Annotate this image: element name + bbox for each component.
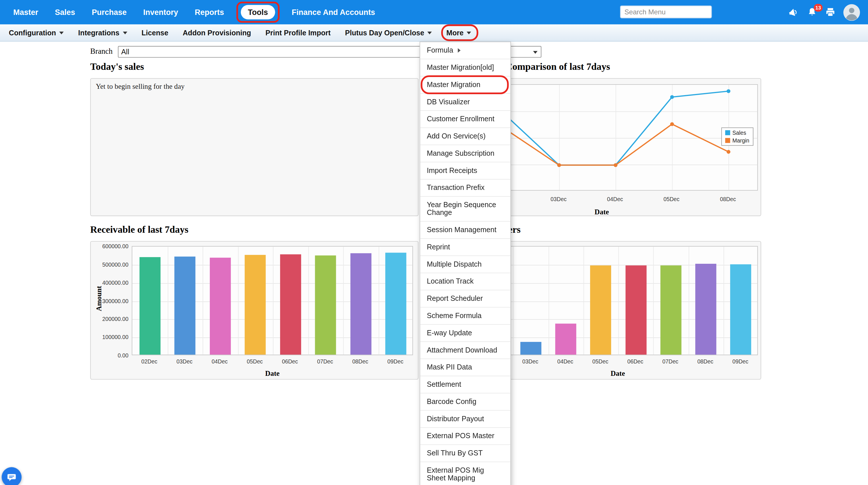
legend-swatch xyxy=(725,130,730,135)
menu-item-external-pos-mig-sheet-mapping[interactable]: External POS Mig Sheet Mapping xyxy=(420,462,510,485)
bar-03Dec xyxy=(520,342,541,354)
menu-item-label: Location Track xyxy=(427,278,474,285)
no-sales-message: Yet to begin selling for the day xyxy=(96,82,185,91)
y-tick: 200000.00 xyxy=(92,316,128,322)
menu-item-label: Master Migration[old] xyxy=(427,64,494,72)
menu-item-scheme-formula[interactable]: Scheme Formula xyxy=(420,308,510,325)
menu-item-label: DB Visualizer xyxy=(427,98,470,106)
x-tick-07Dec: 07Dec xyxy=(653,359,688,365)
menu-item-e-way-update[interactable]: E-way Update xyxy=(420,325,510,342)
bar-04Dec xyxy=(555,323,577,354)
point-margin-04Dec xyxy=(614,163,617,167)
x-tick-07Dec: 07Dec xyxy=(307,359,342,365)
menu-item-transaction-prefix[interactable]: Transaction Prefix xyxy=(420,179,510,197)
menu-item-formula[interactable]: Formula xyxy=(420,42,510,59)
x-tick-04Dec: 04Dec xyxy=(587,196,643,202)
today-sales-title: Today's sales xyxy=(90,61,144,73)
gridline xyxy=(167,247,168,354)
topnav-item-purchase[interactable]: Purchase xyxy=(92,8,127,17)
subnav-item-license[interactable]: License xyxy=(142,28,168,37)
x-tick-08Dec: 08Dec xyxy=(688,359,723,365)
menu-item-label: Import Receipts xyxy=(427,167,477,174)
bar-02Dec xyxy=(140,257,160,354)
search-input[interactable] xyxy=(620,5,712,18)
menu-item-label: Reprint xyxy=(427,244,450,251)
legend-label: Sales xyxy=(732,130,746,136)
menu-item-import-receipts[interactable]: Import Receipts xyxy=(420,162,510,179)
menu-item-attachment-download[interactable]: Attachment Download xyxy=(420,342,510,359)
x-tick-04Dec: 04Dec xyxy=(202,359,237,365)
menu-item-label: Scheme Formula xyxy=(427,312,482,320)
y-tick: 100000.00 xyxy=(92,334,128,340)
chat-widget-button[interactable] xyxy=(2,467,22,485)
topnav-item-finance-and-accounts[interactable]: Finance And Accounts xyxy=(291,8,375,17)
menu-item-label: Add On Service(s) xyxy=(427,133,486,140)
bar-08Dec xyxy=(350,253,371,355)
customers-plot xyxy=(477,246,758,355)
menu-item-sell-thru-by-gst[interactable]: Sell Thru By GST xyxy=(420,445,510,462)
line-sales xyxy=(503,91,728,165)
menu-item-settlement[interactable]: Settlement xyxy=(420,376,510,393)
menu-item-label: Sell Thru By GST xyxy=(427,449,483,457)
bar-06Dec xyxy=(625,265,646,354)
topnav-item-sales[interactable]: Sales xyxy=(55,8,75,17)
subnav-item-more[interactable]: More xyxy=(446,28,471,37)
point-margin-03Dec xyxy=(557,163,561,167)
menu-item-manage-subscription[interactable]: Manage Subscription xyxy=(420,145,510,162)
menu-item-location-track[interactable]: Location Track xyxy=(420,273,510,290)
menu-item-external-pos-master[interactable]: External POS Master xyxy=(420,428,510,445)
chevron-down-icon xyxy=(467,31,471,34)
legend-item-margin: Margin xyxy=(725,137,749,143)
receivable-plot xyxy=(132,246,413,355)
subnav-item-addon-provisioning[interactable]: Addon Provisioning xyxy=(183,28,251,37)
menu-item-multiple-dispatch[interactable]: Multiple Dispatch xyxy=(420,256,510,273)
subnav-item-print-profile-import[interactable]: Print Profile Import xyxy=(266,28,331,37)
menu-item-master-migration[interactable]: Master Migration xyxy=(420,77,510,94)
notification-badge: 13 xyxy=(814,4,823,11)
menu-item-db-visualizer[interactable]: DB Visualizer xyxy=(420,94,510,111)
subnav-item-label: License xyxy=(142,28,168,37)
menu-item-master-migration-old[interactable]: Master Migration[old] xyxy=(420,59,510,77)
menu-item-distributor-payout[interactable]: Distributor Payout xyxy=(420,410,510,428)
menu-item-report-scheduler[interactable]: Report Scheduler xyxy=(420,290,510,308)
point-margin-08Dec xyxy=(726,150,730,154)
subnav-item-label: Addon Provisioning xyxy=(183,28,251,37)
bell-icon[interactable]: 13 xyxy=(807,7,818,18)
gridline xyxy=(548,247,549,354)
gridline xyxy=(308,247,309,354)
chevron-down-icon xyxy=(533,51,537,54)
more-menu: FormulaMaster Migration[old]Master Migra… xyxy=(420,42,511,485)
chevron-down-icon xyxy=(427,31,432,34)
menu-item-label: Year Begin Sequence Change xyxy=(427,201,504,217)
menu-item-add-on-service-s[interactable]: Add On Service(s) xyxy=(420,128,510,145)
gridline xyxy=(513,247,514,354)
menu-item-label: Formula xyxy=(427,47,453,54)
bar-09Dec xyxy=(731,264,751,354)
menu-item-label: Mask PII Data xyxy=(427,364,472,371)
menu-item-year-begin-sequence-change[interactable]: Year Begin Sequence Change xyxy=(420,197,510,222)
subnav-item-integrations[interactable]: Integrations xyxy=(78,28,127,37)
topnav-item-master[interactable]: Master xyxy=(13,8,38,17)
avatar[interactable] xyxy=(843,4,860,21)
x-tick-06Dec: 06Dec xyxy=(618,359,653,365)
subnav-item-plutus-day-open-close[interactable]: Plutus Day Open/Close xyxy=(345,28,432,37)
x-tick-05Dec: 05Dec xyxy=(583,359,618,365)
topnav-item-tools[interactable]: Tools xyxy=(241,5,275,19)
subnav-item-configuration[interactable]: Configuration xyxy=(9,28,64,37)
topnav-item-reports[interactable]: Reports xyxy=(195,8,224,17)
chevron-down-icon xyxy=(59,31,64,34)
menu-item-label: Distributor Payout xyxy=(427,415,484,423)
menu-item-customer-enrollment[interactable]: Customer Enrollment xyxy=(420,111,510,128)
megaphone-icon[interactable] xyxy=(787,6,799,18)
y-tick: 300000.00 xyxy=(92,298,128,304)
x-tick-02Dec: 02Dec xyxy=(132,359,167,365)
chevron-down-icon xyxy=(123,31,127,34)
menu-item-reprint[interactable]: Reprint xyxy=(420,239,510,256)
topnav-item-inventory[interactable]: Inventory xyxy=(143,8,178,17)
gridline xyxy=(618,247,619,354)
printer-icon[interactable] xyxy=(825,7,836,18)
menu-item-barcode-config[interactable]: Barcode Config xyxy=(420,393,510,410)
menu-item-session-management[interactable]: Session Management xyxy=(420,222,510,239)
menu-item-label: Transaction Prefix xyxy=(427,184,485,192)
menu-item-mask-pii-data[interactable]: Mask PII Data xyxy=(420,359,510,376)
